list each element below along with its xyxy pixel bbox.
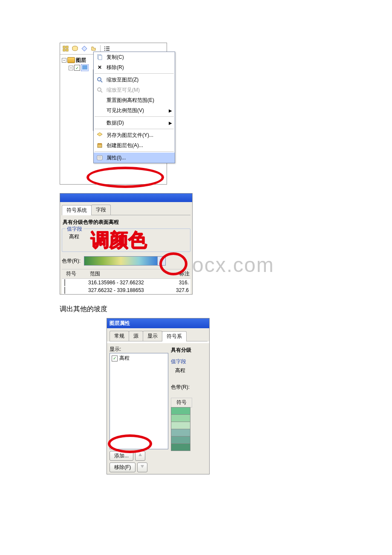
tab-source[interactable]: 源 [129, 331, 143, 341]
zoom-layer-icon [95, 75, 104, 84]
blank-icon [95, 119, 104, 127]
class-swatch [64, 287, 65, 294]
left-column: 显示: 高程 添加... 移除(F) [110, 346, 168, 472]
menu-data[interactable]: 数据(D) ▶ [94, 118, 175, 128]
menu-reset-legend[interactable]: 重置图例高程范围(E) [94, 95, 175, 105]
visibility-checkbox[interactable] [74, 65, 80, 71]
remove-icon: ✕ [95, 63, 104, 72]
svg-rect-11 [106, 50, 110, 51]
svg-marker-19 [97, 133, 102, 136]
svg-rect-22 [97, 156, 102, 160]
svg-rect-6 [104, 46, 105, 47]
tabset: 常规 源 显示 符号系 [110, 331, 208, 341]
svg-rect-10 [104, 50, 105, 51]
menu-properties[interactable]: 属性(I)... [94, 153, 175, 163]
blank-icon [95, 106, 104, 115]
class-table-header: 符号 范围 标注 [62, 269, 190, 279]
move-down-button [137, 462, 147, 472]
value-field-group: 值字段 高程 [62, 228, 190, 252]
copy-icon [95, 53, 104, 61]
menu-separator [95, 151, 174, 152]
svg-rect-1 [66, 46, 68, 48]
class-label: 327.6 [174, 287, 190, 293]
tab-general[interactable]: 常规 [110, 331, 129, 341]
checkbox[interactable] [112, 356, 118, 361]
color-ramp-row: 色带(R): [62, 252, 190, 269]
color-ramp-label: 色带(R): [171, 383, 208, 392]
fieldset-legend: 值字段 [171, 357, 208, 366]
tab-symbology[interactable]: 符号系统 [62, 205, 92, 215]
menu-visible-scale-range[interactable]: 可见比例范围(V) ▶ [94, 105, 175, 116]
class-range: 327.66232 - 339.188653 [88, 287, 169, 293]
toc-panel: − 图层 − [60, 43, 167, 185]
tab-fields[interactable]: 字段 [91, 205, 111, 215]
menu-create-layer-package[interactable]: 创建图层包(A)... [94, 140, 175, 150]
tabset: 符号系统 字段 [62, 205, 190, 215]
svg-rect-20 [98, 144, 102, 147]
dialog-title: 图层属性 [107, 318, 209, 328]
color-ramp-select[interactable] [84, 256, 166, 266]
watermark-text: ocx.com [192, 253, 274, 277]
class-swatch [64, 279, 65, 286]
show-listbox[interactable]: 高程 [110, 353, 168, 449]
svg-line-18 [101, 91, 102, 92]
header-symbol: 符号 [63, 270, 85, 278]
caption-text: 调出其他的坡度 [60, 299, 392, 318]
svg-marker-26 [138, 453, 142, 456]
layer-context-menu: 复制(C) ✕ 移除(R) 缩放至图层(Z) 缩放至可见(M) [93, 52, 175, 163]
submenu-arrow-icon: ▶ [169, 108, 172, 113]
tab-display[interactable]: 显示 [143, 331, 162, 341]
svg-rect-21 [98, 143, 102, 145]
remove-button[interactable]: 移除(F) [110, 462, 135, 472]
menu-separator [95, 73, 174, 74]
class-range: 316.135986 - 327.66232 [88, 280, 169, 286]
svg-rect-0 [63, 46, 65, 48]
header-symbol: 符号 [171, 398, 192, 408]
svg-marker-25 [160, 260, 163, 262]
svg-marker-27 [141, 465, 144, 468]
layer-selected-icon [81, 64, 89, 71]
list-by-source-icon[interactable] [71, 45, 79, 52]
save-layer-icon [95, 131, 104, 139]
class-swatch [171, 414, 190, 422]
menu-remove[interactable]: ✕ 移除(R) [94, 62, 175, 72]
svg-rect-8 [104, 48, 105, 49]
svg-rect-3 [66, 49, 68, 51]
svg-point-15 [98, 78, 101, 81]
add-button[interactable]: 添加... [110, 451, 133, 461]
separator [100, 45, 101, 52]
menu-zoom-to-layer[interactable]: 缩放至图层(Z) [94, 75, 175, 85]
move-up-button [135, 451, 145, 461]
class-row[interactable]: 327.66232 - 339.188653 327.6 [62, 286, 190, 294]
menu-save-as-layer-file[interactable]: 另存为图层文件(Y)... [94, 130, 175, 140]
color-ramp-preview [84, 257, 157, 265]
properties-icon [95, 153, 104, 162]
list-by-drawing-icon[interactable] [62, 45, 69, 52]
blank-icon [95, 96, 104, 104]
class-row[interactable]: 316.135986 - 327.66232 316. [62, 279, 190, 286]
header-range: 范围 [90, 270, 172, 278]
dropdown-arrow-icon[interactable] [157, 257, 165, 265]
svg-marker-5 [82, 46, 87, 51]
header-label: 标注 [177, 270, 190, 278]
class-swatch [171, 436, 190, 444]
menu-separator [95, 116, 174, 117]
svg-rect-9 [106, 48, 110, 49]
window-titlebar [60, 194, 192, 202]
right-column: 具有分级 值字段 高程 色带(R): 符号 [171, 346, 208, 472]
value-field-label: 高程 [171, 366, 208, 375]
tab-symbology[interactable]: 符号系 [162, 331, 187, 341]
class-label: 316. [174, 280, 190, 286]
collapse-icon[interactable]: − [69, 66, 73, 70]
layer-properties-dialog: 图层属性 常规 源 显示 符号系 显示: 高程 添加... [107, 318, 210, 474]
show-label: 显示: [110, 346, 168, 353]
root-label: 图层 [76, 57, 86, 64]
menu-separator [95, 129, 174, 129]
list-by-visibility-icon[interactable] [81, 45, 88, 52]
menu-copy[interactable]: 复制(C) [94, 52, 175, 62]
svg-rect-2 [63, 49, 65, 51]
class-swatch [171, 407, 190, 415]
collapse-icon[interactable]: − [62, 58, 66, 63]
package-icon [95, 141, 104, 150]
list-item[interactable]: 高程 [111, 354, 167, 362]
